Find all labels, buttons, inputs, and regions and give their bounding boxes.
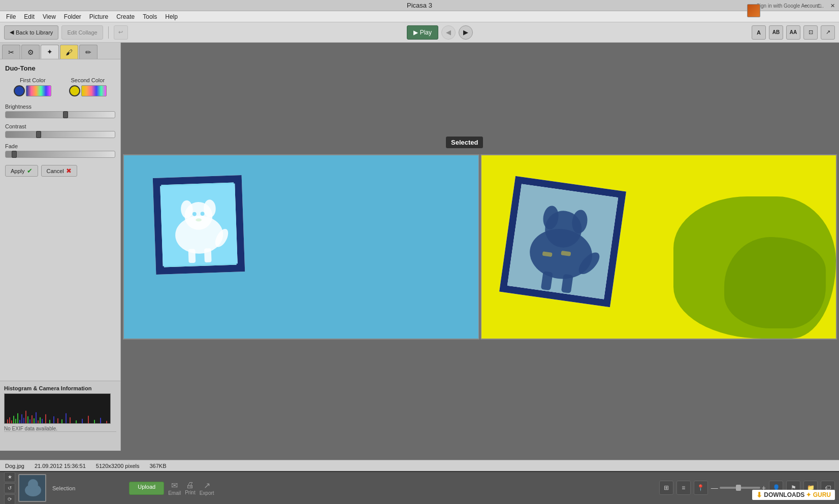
zoom-minus-icon: — (711, 484, 718, 492)
second-color-gradient[interactable] (81, 85, 107, 96)
menu-file[interactable]: File (2, 12, 20, 21)
right-dog-image (507, 184, 618, 299)
histogram-bar (19, 420, 20, 423)
toolbar: ◀ Back to Library Edit Collage ↩ ▶ Play … (0, 22, 839, 43)
status-filename: Dog.jpg (5, 463, 24, 469)
filmstrip-dog-svg (19, 475, 46, 502)
brightness-thumb[interactable] (63, 111, 68, 118)
back-arrow-icon: ◀ (10, 29, 14, 36)
second-color-label: Second Color (71, 77, 105, 83)
menu-folder[interactable]: Folder (60, 12, 85, 21)
prev-button[interactable]: ◀ (441, 25, 456, 40)
maximize-button[interactable]: □ (813, 0, 826, 11)
left-dog-image (160, 182, 238, 267)
toolbar-separator (108, 26, 109, 39)
histogram-bar (42, 419, 43, 423)
filmstrip-sync-button[interactable]: ⟳ (4, 494, 15, 505)
contrast-thumb[interactable] (36, 131, 41, 138)
first-color-circle[interactable] (14, 85, 25, 96)
apply-label: Apply (11, 168, 25, 174)
upload-button[interactable]: Upload (129, 482, 164, 495)
close-button[interactable]: ✕ (826, 0, 839, 11)
filmstrip: ★ ↺ ⟳ Selection Upload ✉ Email 🖨 Print ↗ (0, 471, 839, 504)
histogram-bar (100, 418, 101, 423)
list-view-button[interactable]: ≡ (676, 481, 691, 495)
play-button[interactable]: ▶ Play (407, 25, 438, 40)
left-image-panel[interactable] (123, 154, 479, 340)
brightness-slider[interactable] (5, 111, 115, 118)
filmstrip-refresh-button[interactable]: ↺ (4, 483, 15, 493)
watermark-guru: ✦ GURU (806, 491, 831, 498)
first-color-gradient[interactable] (26, 85, 51, 96)
histogram-bar (94, 420, 95, 423)
filmstrip-thumbnail[interactable] (18, 474, 46, 502)
next-button[interactable]: ▶ (459, 25, 473, 40)
histogram-bar (57, 418, 58, 423)
text-a-button[interactable]: A (752, 25, 766, 40)
resize-button[interactable]: ⊡ (803, 25, 818, 40)
share-button[interactable]: ↗ (821, 25, 835, 40)
bottom-right-controls: ⊞ ≡ 📍 — + 👤 ⚑ 📁 🏷 ⬇ DOWNLOADS ✦ GURU (659, 471, 839, 504)
fade-thumb[interactable] (12, 151, 17, 158)
menu-help[interactable]: Help (161, 12, 182, 21)
histogram-bar (17, 413, 18, 423)
histogram-bar (106, 421, 107, 423)
filters-tab[interactable]: 🖌 (60, 45, 78, 59)
effects-tab active[interactable]: ✦ (41, 45, 59, 59)
print-label: Print (185, 490, 196, 495)
histogram-bar (40, 417, 41, 423)
tuning-tab[interactable]: ⚙ (21, 45, 40, 59)
histogram-bar (76, 420, 77, 423)
back-to-library-button[interactable]: ◀ Back to Library (4, 25, 58, 40)
duo-tone-title: Duo-Tone (5, 64, 115, 72)
menu-create[interactable]: Create (112, 12, 139, 21)
svg-point-23 (28, 479, 38, 489)
play-label: Play (420, 29, 432, 36)
right-dog-frame (499, 176, 626, 307)
cancel-button[interactable]: Cancel ✖ (41, 165, 77, 177)
cancel-label: Cancel (47, 168, 64, 174)
edit-collage-button[interactable]: Edit Collage (61, 25, 103, 40)
histogram-bar (53, 416, 54, 423)
x-icon: ✖ (66, 167, 72, 175)
menu-edit[interactable]: Edit (20, 12, 39, 21)
apply-button[interactable]: Apply ✔ (5, 165, 38, 177)
histogram-bar (82, 419, 83, 423)
histogram-bar (23, 418, 24, 423)
second-color-group: Second Color (69, 77, 107, 96)
histogram-bar (61, 419, 62, 423)
undo-button[interactable]: ↩ (114, 25, 128, 40)
email-button-group[interactable]: ✉ Email (168, 481, 181, 496)
zoom-slider-thumb[interactable] (736, 485, 741, 491)
map-pin-button[interactable]: 📍 (694, 481, 708, 495)
menu-picture[interactable]: Picture (85, 12, 112, 21)
fade-slider[interactable] (5, 151, 115, 158)
zoom-slider[interactable] (720, 487, 760, 489)
histogram-box (4, 393, 111, 424)
menu-view[interactable]: View (39, 12, 60, 21)
histogram-bar (11, 420, 12, 423)
color-row: First Color Second Color (5, 77, 115, 96)
filmstrip-star-button[interactable]: ★ (4, 472, 15, 482)
dog-silhouette-left (160, 182, 238, 267)
right-image-panel[interactable] (480, 154, 837, 340)
contrast-slider[interactable] (5, 131, 115, 138)
canvas-area: Selected (121, 43, 839, 451)
first-color-group: First Color (14, 77, 51, 96)
basic-fixes-tab[interactable]: ✂ (2, 45, 20, 59)
extra-tab[interactable]: ✏ (79, 45, 98, 59)
print-button-group[interactable]: 🖨 Print (185, 481, 196, 495)
second-color-circle[interactable] (69, 85, 80, 96)
first-color-swatch-row (14, 85, 51, 96)
minimize-button[interactable]: ─ (799, 0, 813, 11)
export-button-group[interactable]: ↗ Export (200, 481, 214, 496)
text-ab-button[interactable]: AB (769, 25, 783, 40)
grid-view-button[interactable]: ⊞ (659, 481, 673, 495)
menu-tools[interactable]: Tools (139, 12, 161, 21)
play-icon: ▶ (413, 29, 418, 36)
histogram-bar (70, 417, 71, 423)
text-aa-button[interactable]: AA (786, 25, 800, 40)
histogram-panel: Histogram & Camera Information No EXIF d… (0, 381, 120, 451)
status-dimensions: 5120x3200 pixels (96, 463, 140, 469)
watermark-text: DOWNLOADS (764, 491, 804, 498)
